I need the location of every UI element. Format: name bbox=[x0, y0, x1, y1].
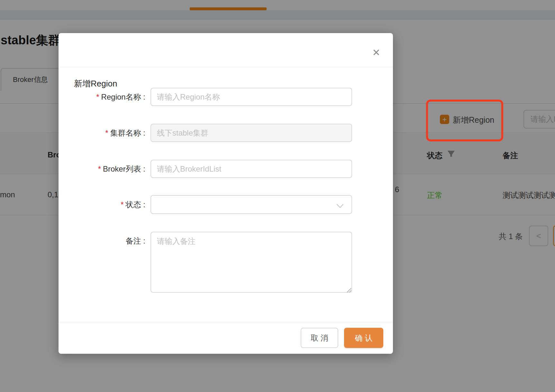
required-mark: * bbox=[98, 165, 101, 173]
label-remark: 备注 : bbox=[59, 232, 145, 250]
modal-footer-divider bbox=[59, 322, 393, 322]
label-cluster-name: *集群名称 : bbox=[59, 124, 145, 142]
label-broker-list: *Broker列表 : bbox=[59, 160, 145, 178]
required-mark: * bbox=[96, 93, 99, 101]
cancel-button[interactable]: 取 消 bbox=[301, 328, 338, 348]
confirm-button[interactable]: 确 认 bbox=[344, 328, 383, 348]
close-icon[interactable]: ✕ bbox=[369, 45, 383, 59]
chevron-down-icon bbox=[337, 201, 343, 208]
required-mark: * bbox=[121, 200, 123, 209]
cluster-name-input bbox=[150, 124, 352, 142]
required-mark: * bbox=[105, 129, 108, 137]
label-region-name: *Region名称 : bbox=[59, 88, 145, 106]
remark-textarea[interactable] bbox=[150, 232, 352, 293]
region-name-input[interactable] bbox=[150, 88, 352, 106]
broker-list-input[interactable] bbox=[150, 160, 352, 178]
screen: stable集群 Broker信息 + 新增Region Bro 状态 备注 m… bbox=[0, 0, 555, 392]
status-select[interactable] bbox=[150, 195, 352, 214]
add-region-modal: 新增Region ✕ *Region名称 : *集群名称 : *Broker列表… bbox=[59, 33, 393, 354]
modal-header-divider bbox=[59, 67, 393, 67]
label-status: *状态 : bbox=[59, 195, 145, 214]
annotation-highlight-box bbox=[426, 100, 503, 141]
